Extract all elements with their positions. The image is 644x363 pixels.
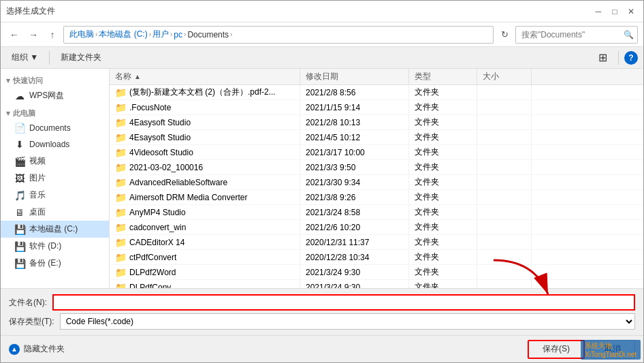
folder-icon: 📁 [115, 222, 127, 233]
table-row[interactable]: 📁 4Easysoft Studio 2021/2/8 10:13 文件夹 [110, 115, 643, 130]
sidebar-item-pictures[interactable]: 🖼 图片 [1, 170, 109, 187]
file-name-label: .FocusNote [129, 103, 171, 112]
save-button[interactable]: 保存(S) [528, 340, 585, 359]
file-name-cell: 📁 2021-03-02_100016 [110, 160, 300, 174]
file-date-cell: 2021/4/5 10:12 [300, 130, 409, 144]
maximize-button[interactable]: □ [608, 5, 622, 18]
file-date-cell: 2021/3/24 8:58 [300, 205, 409, 219]
sidebar-documents-label: Documents [29, 123, 71, 133]
breadcrumb-users[interactable]: 用户 [152, 29, 169, 40]
up-button[interactable]: ↑ [44, 27, 61, 43]
file-name-label: cadconvert_win [129, 223, 186, 232]
col-date[interactable]: 修改日期 [300, 69, 409, 84]
file-name-cell: 📁 (复制)-新建文本文档 (2)（合并）.pdf-2... [110, 85, 300, 99]
refresh-button[interactable]: ↻ [496, 27, 513, 43]
sidebar-item-videos[interactable]: 🎬 视频 [1, 153, 109, 170]
search-wrapper: 🔍 [515, 26, 638, 44]
file-type-cell: 文件夹 [409, 250, 477, 264]
videos-icon: 🎬 [14, 156, 25, 167]
file-name-label: AnyMP4 Studio [129, 208, 186, 217]
file-size-cell [477, 115, 532, 129]
sidebar-item-downloads[interactable]: ⬇ Downloads [1, 136, 109, 153]
file-size-cell [477, 175, 532, 189]
filename-label: 文件名(N): [9, 297, 47, 309]
table-row[interactable]: 📁 AnyMP4 Studio 2021/3/24 8:58 文件夹 [110, 205, 643, 220]
col-name[interactable]: 名称 ▲ [110, 69, 300, 84]
organize-button[interactable]: 组织 ▼ [6, 50, 44, 66]
sidebar-videos-label: 视频 [29, 155, 46, 167]
table-row[interactable]: 📁 .FocusNote 2021/1/15 9:14 文件夹 [110, 100, 643, 115]
toolbar: 组织 ▼ 新建文件夹 ⊞ ? [1, 47, 643, 69]
table-row[interactable]: 📁 4Videosoft Studio 2021/3/17 10:00 文件夹 [110, 145, 643, 160]
table-row[interactable]: 📁 (复制)-新建文本文档 (2)（合并）.pdf-2... 2021/2/8 … [110, 85, 643, 100]
filetype-row: 保存类型(T): Code Files(*.code) [9, 313, 635, 330]
file-date-cell: 2021/2/8 10:13 [300, 115, 409, 129]
new-folder-button[interactable]: 新建文件夹 [55, 50, 107, 66]
breadcrumb-local-c[interactable]: 本地磁盘 (C:) [99, 29, 147, 40]
file-size-cell [477, 145, 532, 159]
breadcrumb-documents[interactable]: Documents [187, 30, 229, 40]
chevron-icon: ▾ [6, 76, 10, 85]
sidebar-item-local-c[interactable]: 💾 本地磁盘 (C:) [1, 221, 109, 238]
table-row[interactable]: 📁 DLPdf2Word 2021/3/24 9:30 文件夹 [110, 265, 643, 280]
table-row[interactable]: 📁 2021-03-02_100016 2021/3/3 9:50 文件夹 [110, 160, 643, 175]
folder-icon: 📁 [115, 267, 127, 278]
minimize-button[interactable]: ─ [592, 5, 605, 18]
back-button[interactable]: ← [6, 27, 22, 43]
local-c-icon: 💾 [14, 224, 25, 235]
col-name-label: 名称 [115, 71, 131, 82]
table-row[interactable]: 📁 DLPdfConv... 2021/3/24 9:30 文件夹 [110, 280, 643, 288]
toolbar-separator [49, 51, 50, 65]
forward-button[interactable]: → [25, 27, 42, 43]
breadcrumb-this-pc[interactable]: 此电脑 [69, 29, 94, 40]
folder-icon: 📁 [115, 102, 127, 113]
file-name-label: DLPdf2Word [129, 268, 176, 277]
filetype-label: 保存类型(T): [9, 316, 54, 328]
file-list-header: 名称 ▲ 修改日期 类型 大小 [110, 69, 643, 85]
file-name-label: AdvancedReliableSoftware [129, 178, 227, 187]
toolbar-separator2 [618, 51, 619, 65]
file-name-cell: 📁 4Esaysoft Studio [110, 130, 300, 144]
sidebar-this-pc-label: 此电脑 [13, 108, 35, 119]
table-row[interactable]: 📁 CADEditorX 14 2020/12/31 11:37 文件夹 [110, 235, 643, 250]
table-row[interactable]: 📁 cadconvert_win 2021/2/6 10:20 文件夹 [110, 220, 643, 235]
close-button[interactable]: ✕ [624, 5, 638, 18]
sidebar-item-documents[interactable]: 📄 Documents [1, 120, 109, 136]
table-row[interactable]: 📁 4Esaysoft Studio 2021/4/5 10:12 文件夹 [110, 130, 643, 145]
view-button[interactable]: ⊞ [593, 50, 613, 66]
sidebar-this-pc-header[interactable]: ▾ 此电脑 [1, 107, 109, 120]
cancel-button[interactable]: 取消 [590, 340, 635, 359]
file-size-cell [477, 85, 532, 99]
table-row[interactable]: 📁 Aimersoft DRM Media Converter 2021/3/8… [110, 190, 643, 205]
file-rows-container: 📁 (复制)-新建文本文档 (2)（合并）.pdf-2... 2021/2/8 … [110, 85, 643, 288]
sidebar: ▾ 快速访问 ☁ WPS网盘 ▾ 此电脑 📄 Documents [1, 69, 110, 288]
search-input[interactable] [515, 26, 638, 44]
desktop-icon: 🖥 [14, 207, 25, 218]
file-date-cell: 2021/3/3 9:50 [300, 160, 409, 174]
file-name-cell: 📁 4Videosoft Studio [110, 145, 300, 159]
file-name-cell: 📁 cadconvert_win [110, 220, 300, 234]
file-name-label: 4Easysoft Studio [129, 118, 191, 127]
col-type[interactable]: 类型 [409, 69, 477, 84]
sidebar-pictures-label: 图片 [29, 172, 46, 184]
sidebar-item-desktop[interactable]: 🖥 桌面 [1, 204, 109, 221]
filename-input[interactable] [52, 294, 635, 311]
sidebar-item-wps[interactable]: ☁ WPS网盘 [1, 87, 109, 104]
sidebar-item-software-d[interactable]: 💾 软件 (D:) [1, 238, 109, 255]
table-row[interactable]: 📁 AdvancedReliableSoftware 2021/3/30 9:3… [110, 175, 643, 190]
help-button[interactable]: ? [624, 51, 638, 65]
file-name-label: (复制)-新建文本文档 (2)（合并）.pdf-2... [129, 86, 276, 98]
file-date-cell: 2020/12/31 11:37 [300, 235, 409, 249]
folder-icon: 📁 [115, 192, 127, 203]
sidebar-item-music[interactable]: 🎵 音乐 [1, 187, 109, 204]
table-row[interactable]: 📁 ctPdfConvert 2020/12/28 10:34 文件夹 [110, 250, 643, 265]
sidebar-quick-access-header[interactable]: ▾ 快速访问 [1, 74, 109, 87]
file-type-cell: 文件夹 [409, 220, 477, 234]
sidebar-item-backup-e[interactable]: 💾 备份 (E:) [1, 255, 109, 272]
breadcrumb-pc[interactable]: pc [174, 30, 182, 40]
hide-files-toggle[interactable]: ▲ 隐藏文件夹 [9, 343, 65, 355]
sidebar-local-c-label: 本地磁盘 (C:) [29, 223, 78, 235]
filetype-select[interactable]: Code Files(*.code) [60, 313, 635, 330]
sidebar-wps-label: WPS网盘 [29, 90, 64, 101]
col-size[interactable]: 大小 [477, 69, 532, 84]
